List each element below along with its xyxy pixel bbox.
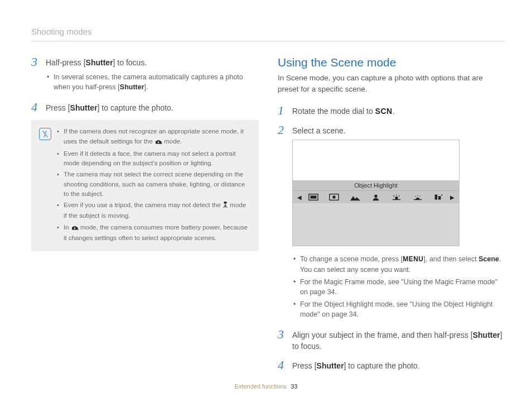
section-header: Shooting modes [31,27,505,36]
step-number: 4 [31,101,40,114]
list-item: In S mode, the camera consumes more batt… [57,223,251,243]
night-icon [433,193,443,201]
step-text: Half-press [Shutter] to focus. [46,58,259,69]
list-item: In several scenes, the camera automatica… [46,72,259,92]
step-sub-list: To change a scene mode, press [MENU], an… [292,254,505,319]
camera-screen-illustration: Object Highlight ◀ [292,140,460,246]
screen-lower-area [293,203,459,246]
step-text: Press [Shutter] to capture the photo. [292,361,505,372]
note-list: If the camera does not recognize an appr… [57,127,251,245]
svg-point-9 [374,195,377,198]
screen-mode-label: Object Highlight [293,180,459,190]
menu-label: MENU [403,255,423,263]
dawn-icon [413,193,423,201]
step-1: 1 Rotate the mode dial to SCN. [278,104,505,117]
divider [31,41,505,41]
step-number: 3 [31,56,40,94]
cs-mode-icon: S [71,224,79,233]
section-heading: Using the Scene mode [278,56,505,69]
step-3: 3 Align your subject in the frame, and t… [278,328,505,352]
list-item: If the camera does not recognize an appr… [57,127,251,147]
sunset-icon [391,193,402,201]
note-icon [39,128,51,140]
manual-page: Shooting modes 3 Half-press [Shutter] to… [0,0,532,402]
chevron-right-icon: ▶ [449,194,456,200]
list-item: The camera may not select the correct sc… [57,170,251,199]
step-text: Press [Shutter] to capture the photo. [46,103,259,114]
step-text: Select a scene. [292,126,505,137]
list-item: Even if you use a tripod, the camera may… [57,200,251,221]
svg-point-3 [74,227,75,229]
right-column: Using the Scene mode In Scene mode, you … [278,56,505,378]
page-number: 33 [291,383,297,390]
landscape-icon [350,193,360,201]
list-item: To change a scene mode, press [MENU], an… [292,254,505,275]
step-number: 2 [278,124,287,322]
step-4: 4 Press [Shutter] to capture the photo. [278,359,505,372]
step-2: 2 Select a scene. Object Highlight ◀ [278,124,505,322]
screen-icon-row: ◀ ▶ [293,190,459,203]
svg-rect-12 [438,197,441,200]
note-box: If the camera does not recognize an appr… [31,120,259,251]
svg-rect-11 [435,195,438,200]
chevron-left-icon: ◀ [296,194,303,200]
object-highlight-icon [329,193,339,201]
screen-preview-area [293,140,459,180]
magic-frame-icon [308,193,318,201]
list-item: Even if it detects a face, the camera ma… [57,149,251,169]
list-item: For the Object Highlight mode, see "Usin… [292,299,505,319]
step-text: Align your subject in the frame, and the… [292,330,505,352]
svg-point-8 [333,196,336,199]
svg-point-0 [158,141,159,143]
step-number: 1 [278,104,287,117]
svg-point-10 [395,197,398,199]
step-sub-list: In several scenes, the camera automatica… [46,72,259,92]
svg-rect-2 [224,202,227,203]
columns: 3 Half-press [Shutter] to focus. In seve… [31,56,505,378]
step-number: 3 [278,328,287,352]
scn-label: SCN [375,107,393,116]
step-4: 4 Press [Shutter] to capture the photo. [31,101,259,114]
footer-label: Extended functions [235,383,287,390]
page-footer: Extended functions 33 [0,383,532,390]
cs-mode-icon: S [154,138,162,147]
step-3: 3 Half-press [Shutter] to focus. In seve… [31,56,259,94]
intro-text: In Scene mode, you can capture a photo w… [278,73,505,94]
step-text: Rotate the mode dial to SCN. [292,106,505,117]
portrait-icon [371,193,381,201]
left-column: 3 Half-press [Shutter] to focus. In seve… [31,56,259,378]
list-item: For the Magic Frame mode, see "Using the… [292,277,505,297]
step-number: 4 [278,359,287,372]
tripod-icon [223,202,228,211]
svg-point-13 [441,195,442,196]
svg-rect-6 [311,196,317,199]
